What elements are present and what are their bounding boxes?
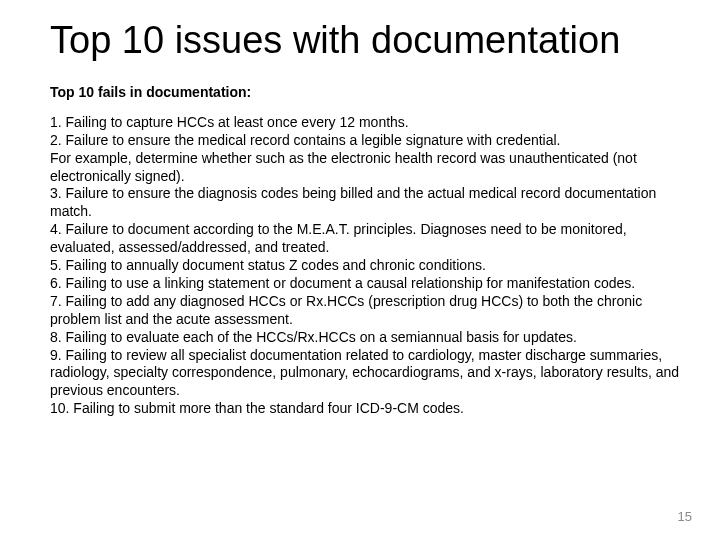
slide: Top 10 issues with documentation Top 10 … <box>0 0 720 540</box>
slide-subheading: Top 10 fails in documentation: <box>50 84 680 100</box>
list-item: 6. Failing to use a linking statement or… <box>50 275 680 293</box>
list-item: 8. Failing to evaluate each of the HCCs/… <box>50 329 680 347</box>
list-item: 1. Failing to capture HCCs at least once… <box>50 114 680 132</box>
slide-body: 1. Failing to capture HCCs at least once… <box>50 114 680 418</box>
list-item: 7. Failing to add any diagnosed HCCs or … <box>50 293 680 329</box>
slide-title: Top 10 issues with documentation <box>50 20 680 62</box>
list-item: 3. Failure to ensure the diagnosis codes… <box>50 185 680 221</box>
list-item: For example, determine whether such as t… <box>50 150 680 186</box>
list-item: 4. Failure to document according to the … <box>50 221 680 257</box>
list-item: 2. Failure to ensure the medical record … <box>50 132 680 150</box>
list-item: 10. Failing to submit more than the stan… <box>50 400 680 418</box>
page-number: 15 <box>678 509 692 524</box>
list-item: 5. Failing to annually document status Z… <box>50 257 680 275</box>
list-item: 9. Failing to review all specialist docu… <box>50 347 680 401</box>
